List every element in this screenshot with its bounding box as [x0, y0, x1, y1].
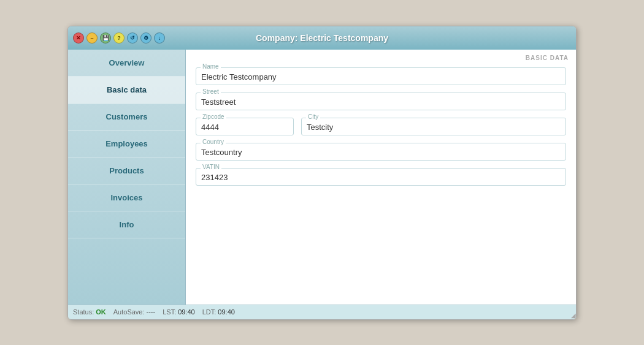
- autosave-value: ----: [147, 308, 156, 316]
- save-button[interactable]: 💾: [100, 32, 111, 44]
- city-label: City: [306, 113, 320, 120]
- reload-button[interactable]: ↺: [127, 32, 138, 44]
- sidebar-item-overview[interactable]: Overview: [68, 50, 185, 77]
- zipcode-city-row: Zipcode City: [196, 118, 566, 135]
- sidebar-item-info[interactable]: Info: [68, 211, 185, 238]
- resize-handle[interactable]: ◢: [569, 312, 576, 319]
- name-label: Name: [201, 63, 221, 70]
- title-bar: ✕ – 💾 ? ↺ ⚙ ↓ Company: Electric Testcomp…: [68, 26, 576, 50]
- sidebar-item-customers[interactable]: Customers: [68, 104, 185, 131]
- country-field-group: Country: [196, 143, 566, 161]
- country-input[interactable]: [196, 143, 566, 161]
- config-button[interactable]: ⚙: [140, 32, 151, 44]
- extra-button[interactable]: ↓: [154, 32, 165, 44]
- minimize-button[interactable]: –: [86, 32, 98, 44]
- vatin-input[interactable]: [196, 168, 566, 186]
- lst-key: LST:: [163, 308, 176, 316]
- lst-segment: LST: 09:40: [163, 308, 195, 316]
- content-area: Overview Basic data Customers Employees …: [68, 50, 576, 305]
- autosave-segment: AutoSave: ----: [113, 308, 155, 316]
- main-panel: BASIC DATA Name Street Zipcode: [186, 50, 576, 305]
- name-field-group: Name: [196, 67, 566, 85]
- ldt-value: 09:40: [218, 308, 235, 316]
- sidebar-item-products[interactable]: Products: [68, 157, 185, 184]
- street-label: Street: [201, 88, 221, 95]
- main-window: ✕ – 💾 ? ↺ ⚙ ↓ Company: Electric Testcomp…: [67, 26, 577, 320]
- street-field-group: Street: [196, 93, 566, 110]
- zipcode-label: Zipcode: [201, 113, 226, 120]
- sidebar-item-basic-data[interactable]: Basic data: [68, 77, 185, 104]
- status-key: Status:: [73, 308, 94, 316]
- sidebar-item-invoices[interactable]: Invoices: [68, 184, 185, 211]
- autosave-key: AutoSave:: [113, 308, 145, 316]
- window-controls: ✕ – 💾 ? ↺ ⚙ ↓: [73, 32, 165, 44]
- street-input[interactable]: [196, 93, 566, 110]
- ldt-key: LDT:: [202, 308, 217, 316]
- vatin-label: VATIN: [201, 164, 221, 170]
- sidebar-item-employees[interactable]: Employees: [68, 131, 185, 157]
- zipcode-input[interactable]: [196, 118, 294, 135]
- city-input[interactable]: [301, 118, 566, 135]
- name-input[interactable]: [196, 67, 566, 85]
- ldt-segment: LDT: 09:40: [202, 308, 235, 316]
- help-button[interactable]: ?: [113, 32, 125, 44]
- section-label: BASIC DATA: [186, 50, 576, 63]
- status-value: OK: [96, 308, 106, 316]
- window-title: Company: Electric Testcompany: [256, 33, 388, 43]
- city-field-group: City: [301, 118, 566, 135]
- form-area: Name Street Zipcode City: [186, 63, 576, 305]
- country-label: Country: [201, 138, 226, 145]
- sidebar: Overview Basic data Customers Employees …: [68, 50, 186, 305]
- close-button[interactable]: ✕: [73, 32, 84, 44]
- zipcode-field-group: Zipcode: [196, 118, 294, 135]
- status-bar: Status: OK AutoSave: ---- LST: 09:40 LDT…: [68, 305, 576, 319]
- status-segment: Status: OK: [73, 308, 106, 316]
- vatin-field-group: VATIN: [196, 168, 566, 186]
- lst-value: 09:40: [178, 308, 195, 316]
